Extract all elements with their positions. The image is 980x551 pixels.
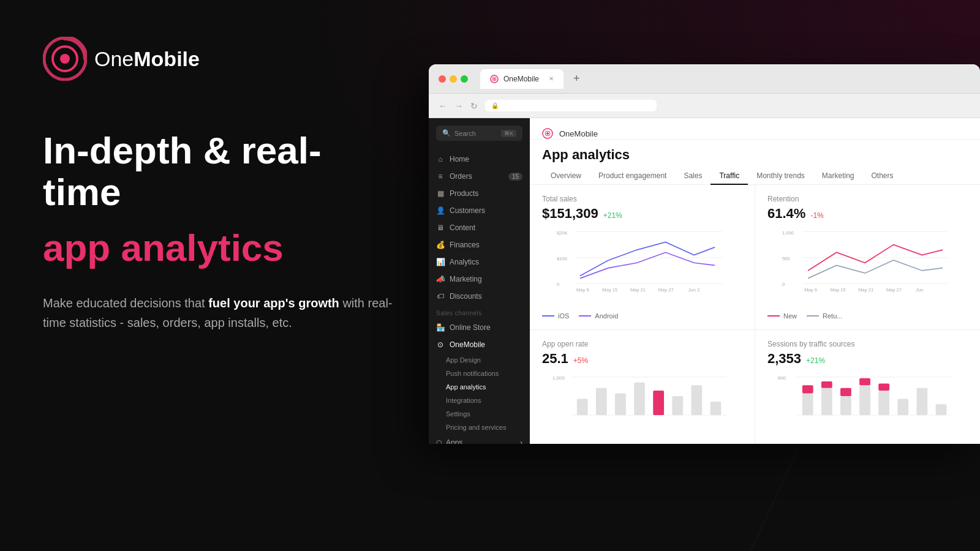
svg-rect-71 [802, 385, 813, 393]
svg-text:Jun 2: Jun 2 [688, 287, 700, 293]
tab-monthly-trends[interactable]: Monthly trends [748, 168, 813, 185]
tab-label: OneMobile [503, 75, 539, 83]
orders-badge: 15 [508, 173, 522, 181]
marketing-icon: 📣 [436, 275, 445, 283]
logo-text: OneMobile [94, 47, 200, 71]
svg-rect-74 [840, 396, 851, 415]
sessions-card: Sessions by traffic sources 2,353 +21% 6… [755, 330, 980, 444]
browser-tab[interactable]: OneMobile ✕ [480, 69, 564, 89]
svg-text:$10K: $10K [557, 256, 568, 261]
customers-icon: 👤 [436, 206, 445, 215]
app-open-rate-chart-area: 1,000 [542, 372, 742, 434]
analytics-icon: 📊 [436, 258, 445, 266]
sidebar-customers-label: Customers [450, 206, 485, 215]
tab-close-icon[interactable]: ✕ [549, 75, 554, 82]
close-button[interactable] [439, 75, 446, 83]
minimize-button[interactable] [450, 75, 457, 83]
refresh-button[interactable]: ↻ [470, 101, 478, 111]
returning-label: Retu... [823, 312, 842, 320]
hero-subtitle: Make educated decisions that fuel your a… [43, 293, 398, 332]
sidebar-sub-integrations[interactable]: Integrations [429, 394, 530, 407]
sidebar-item-home[interactable]: ⌂ Home [429, 151, 530, 168]
brand-icon [542, 128, 553, 139]
browser-window: OneMobile ✕ + ← → ↻ 🔒 🔍 Search ⌘K ⌂ [429, 64, 980, 444]
sidebar-item-discounts[interactable]: 🏷 Discounts [429, 288, 530, 305]
onemobile-sidebar-icon: ⊙ [436, 340, 445, 349]
svg-text:May 15: May 15 [602, 287, 617, 293]
sidebar-item-content[interactable]: 🖥 Content [429, 219, 530, 236]
sidebar-item-marketing[interactable]: 📣 Marketing [429, 271, 530, 288]
svg-text:May 9: May 9 [576, 287, 589, 293]
new-tab-button[interactable]: + [573, 72, 580, 85]
logo-icon [43, 37, 87, 81]
tab-others[interactable]: Others [863, 168, 902, 185]
sidebar-sub-push[interactable]: Push notifications [429, 367, 530, 380]
sidebar-item-orders[interactable]: ≡ Orders 15 [429, 168, 530, 185]
legend-new: New [767, 312, 797, 320]
ios-label: iOS [558, 312, 569, 320]
svg-point-27 [60, 54, 70, 64]
apps-label: Apps [446, 438, 462, 444]
sidebar-sub-settings[interactable]: Settings [429, 407, 530, 421]
svg-text:$20K: $20K [557, 230, 568, 236]
svg-text:May 21: May 21 [630, 287, 646, 293]
sidebar-sub-analytics[interactable]: App analytics [429, 380, 530, 394]
sessions-title: Sessions by traffic sources [767, 340, 968, 348]
search-icon: 🔍 [442, 129, 451, 137]
total-sales-chart: $20K $10K 0 May 9 [542, 227, 742, 294]
sidebar-marketing-label: Marketing [450, 275, 482, 283]
svg-rect-72 [821, 388, 832, 415]
search-bar[interactable]: 🔍 Search ⌘K [436, 126, 522, 141]
tab-sales[interactable]: Sales [675, 168, 710, 185]
browser-nav: ← → ↻ 🔒 [429, 94, 980, 118]
svg-rect-61 [615, 394, 626, 416]
analytics-tabs: Overview Product engagement Sales Traffi… [530, 163, 980, 185]
sidebar-sub-pricing[interactable]: Pricing and services [429, 421, 530, 434]
search-shortcut: ⌘K [501, 130, 516, 137]
online-store-icon: 🏪 [436, 323, 445, 332]
tab-overview[interactable]: Overview [542, 168, 590, 185]
svg-rect-66 [710, 402, 722, 415]
sidebar-item-onemobile[interactable]: ⊙ OneMobile [429, 336, 530, 353]
address-bar[interactable]: 🔒 [485, 100, 657, 111]
tab-product-engagement[interactable]: Product engagement [590, 168, 675, 185]
sidebar-item-products[interactable]: ▦ Products [429, 185, 530, 202]
tab-traffic[interactable]: Traffic [710, 168, 748, 185]
hero-headline: In-depth & real-time [43, 130, 398, 213]
sidebar-finances-label: Finances [450, 241, 480, 249]
svg-text:500: 500 [782, 256, 790, 261]
sidebar-apps-section[interactable]: ⬡ Apps › [429, 434, 530, 444]
sidebar-orders-label: Orders [450, 172, 472, 181]
svg-rect-80 [897, 399, 908, 415]
svg-text:May 15: May 15 [831, 287, 846, 293]
svg-rect-60 [596, 388, 607, 415]
total-sales-chart-area: $20K $10K 0 May 9 [542, 227, 742, 307]
sessions-delta: +21% [806, 356, 825, 365]
retention-card: Retention 61.4% -1% 1,000 500 0 [755, 185, 980, 329]
sidebar-products-label: Products [450, 189, 478, 198]
sidebar-sub-app-design[interactable]: App Design [429, 353, 530, 367]
retention-value: 61.4% -1% [767, 206, 968, 222]
sidebar-item-online-store[interactable]: 🏪 Online Store [429, 319, 530, 336]
sidebar-item-finances[interactable]: 💰 Finances [429, 236, 530, 253]
sidebar-item-analytics[interactable]: 📊 Analytics [429, 253, 530, 271]
ios-line [542, 315, 554, 317]
svg-rect-79 [878, 384, 889, 391]
lock-icon: 🔒 [491, 102, 499, 109]
android-label: Android [595, 312, 618, 320]
sidebar-item-customers[interactable]: 👤 Customers [429, 202, 530, 219]
sidebar: 🔍 Search ⌘K ⌂ Home ≡ Orders 15 ▦ Product… [429, 118, 530, 444]
app-open-rate-card: App open rate 25.1 +5% 1,000 [530, 330, 755, 444]
logo-area: OneMobile [43, 37, 398, 81]
total-sales-card: Total sales $151,309 +21% $20K $10K 0 [530, 185, 755, 329]
sidebar-discounts-label: Discounts [450, 292, 482, 301]
forward-button[interactable]: → [454, 101, 463, 111]
main-content: OneMobile App analytics Overview Product… [530, 118, 980, 444]
svg-rect-75 [840, 388, 851, 396]
back-button[interactable]: ← [439, 101, 447, 111]
total-sales-title: Total sales [542, 195, 742, 203]
sessions-value: 2,353 +21% [767, 351, 968, 367]
maximize-button[interactable] [461, 75, 468, 83]
tab-marketing[interactable]: Marketing [813, 168, 863, 185]
orders-icon: ≡ [436, 172, 445, 181]
